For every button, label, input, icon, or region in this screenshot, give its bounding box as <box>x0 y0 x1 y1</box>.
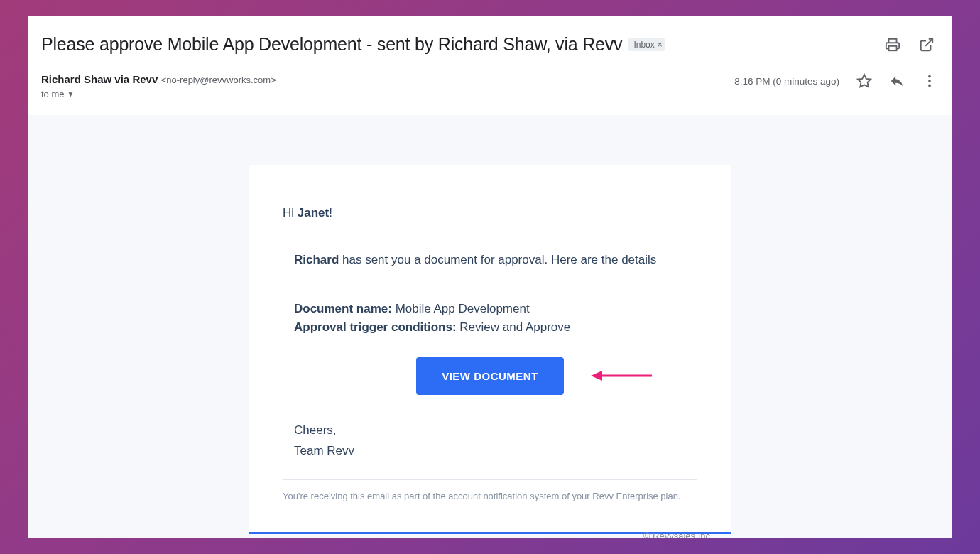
sender-left: Richard Shaw via Revv <no-reply@revvwork… <box>41 73 276 99</box>
sender-email: <no-reply@revvworks.com> <box>161 75 276 85</box>
svg-line-1 <box>925 38 932 45</box>
greet-name: Janet <box>298 206 329 219</box>
doc-name-line: Document name: Mobile App Development <box>294 300 697 318</box>
sign1: Cheers, <box>294 420 697 441</box>
trigger-line: Approval trigger conditions: Review and … <box>294 318 697 337</box>
svg-marker-2 <box>858 75 871 87</box>
disclaimer: You're receiving this email as part of t… <box>283 490 697 518</box>
open-external-icon[interactable] <box>919 37 935 53</box>
chevron-down-icon: ▼ <box>67 90 75 98</box>
svg-marker-7 <box>591 371 602 381</box>
copyright: © Revvsales Inc <box>643 531 710 538</box>
docname-label: Document name: <box>294 302 392 315</box>
to-line[interactable]: to me ▼ <box>41 89 276 99</box>
subject-text: Please approve Mobile App Development - … <box>41 34 622 55</box>
print-icon[interactable] <box>885 37 900 53</box>
greet-prefix: Hi <box>283 206 298 219</box>
trigger-value: Review and Approve <box>457 320 571 334</box>
inbox-chip-label: Inbox <box>633 40 654 50</box>
more-icon[interactable] <box>922 73 937 89</box>
email-viewer: Please approve Mobile App Development - … <box>28 16 952 538</box>
timestamp: 8:16 PM (0 minutes ago) <box>734 76 839 87</box>
greeting: Hi Janet! <box>283 206 697 220</box>
signoff: Cheers, Team Revv <box>283 420 697 462</box>
intro-name: Richard <box>294 253 339 266</box>
email-card: Hi Janet! Richard has sent you a documen… <box>249 165 731 532</box>
sender-right: 8:16 PM (0 minutes ago) <box>734 73 937 89</box>
subject-row: Please approve Mobile App Development - … <box>41 28 937 70</box>
to-label: to me <box>41 89 65 99</box>
greet-suffix: ! <box>329 206 332 219</box>
view-document-button[interactable]: VIEW DOCUMENT <box>416 357 564 395</box>
close-icon[interactable]: × <box>658 40 663 50</box>
sign2: Team Revv <box>294 441 697 462</box>
svg-rect-0 <box>889 45 897 50</box>
subject-left: Please approve Mobile App Development - … <box>41 34 665 55</box>
svg-point-3 <box>928 75 931 78</box>
cta-wrap: VIEW DOCUMENT <box>283 357 697 395</box>
intro-rest: has sent you a document for approval. He… <box>339 253 656 266</box>
inbox-chip[interactable]: Inbox × <box>628 38 665 51</box>
details-block: Document name: Mobile App Development Ap… <box>283 300 697 337</box>
annotation-arrow-icon <box>589 369 653 383</box>
sender-line: Richard Shaw via Revv <no-reply@revvwork… <box>41 73 276 86</box>
star-icon[interactable] <box>856 73 872 89</box>
docname-value: Mobile App Development <box>392 302 530 315</box>
svg-point-5 <box>928 85 931 87</box>
sender-row: Richard Shaw via Revv <no-reply@revvwork… <box>41 70 937 105</box>
divider <box>283 479 697 480</box>
sender-name: Richard Shaw via Revv <box>41 73 158 85</box>
trigger-label: Approval trigger conditions: <box>294 320 457 334</box>
email-body-area: Hi Janet! Richard has sent you a documen… <box>28 115 952 538</box>
intro-line: Richard has sent you a document for appr… <box>283 253 697 267</box>
subject-actions <box>885 37 937 53</box>
svg-point-4 <box>928 80 931 82</box>
reply-icon[interactable] <box>889 73 905 89</box>
